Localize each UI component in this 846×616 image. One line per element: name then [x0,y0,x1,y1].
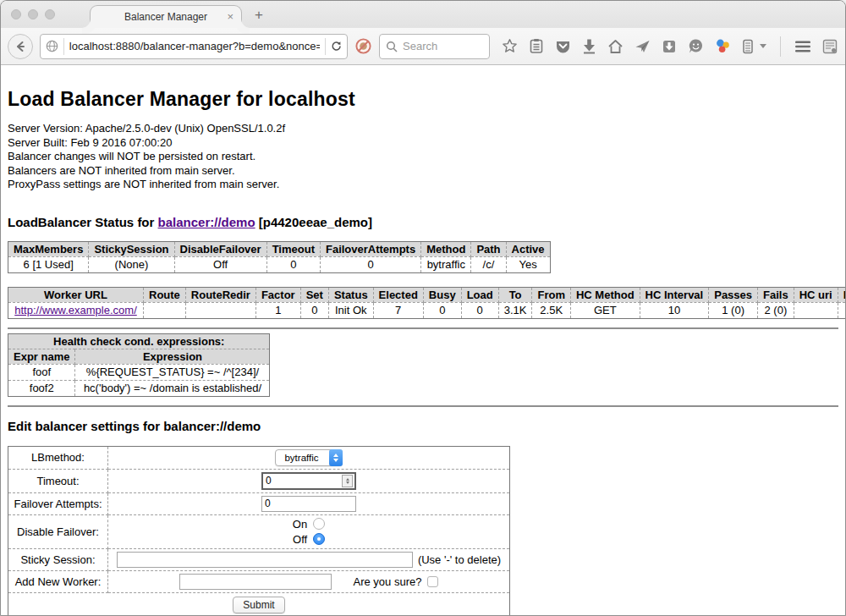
server-info-line: Balancer changes will NOT be persisted o… [8,150,838,164]
health-check-table: Health check cond. expressions: Expr nam… [8,333,270,397]
window-zoom-button[interactable] [45,9,55,19]
tab-title: Balancer Manager [124,11,207,23]
balancer-demo-link[interactable]: balancer://demo [158,215,255,229]
url-text[interactable]: localhost:8880/balancer-manager?b=demo&n… [69,40,320,52]
column-header: Expression [75,349,270,364]
form-row-sticky-session: Sticky Session: (Use '-' to delete) [8,548,510,570]
search-bar[interactable] [379,34,490,59]
search-icon [386,41,398,52]
form-row-timeout: Timeout: [8,469,510,492]
column-header: HC Expr [838,287,845,302]
cell-hc-uri [794,302,838,318]
cell-method: bytraffic [421,256,471,272]
number-stepper-icon[interactable] [342,475,353,487]
timeout-label: Timeout: [8,469,108,492]
are-you-sure-checkbox[interactable] [427,576,438,587]
radio-off-label: Off [293,533,307,546]
window-close-button[interactable] [11,9,21,19]
column-header: Timeout [266,241,320,256]
downloads-icon[interactable] [582,38,596,54]
column-header: MaxMembers [8,241,89,256]
disable-failover-on-radio[interactable] [313,518,325,530]
column-header: HC uri [794,287,838,302]
battery-icon[interactable] [742,38,754,54]
feedback-smiley-icon[interactable] [688,38,704,54]
cell-to: 3.1K [498,302,532,318]
cell-hc-method: GET [570,302,640,318]
worker-url-link[interactable]: http://www.example.com/ [14,304,137,316]
timeout-input[interactable] [263,475,342,487]
search-input[interactable] [403,40,483,52]
section-divider [8,327,838,329]
column-header: Busy [423,287,461,302]
column-header: Passes [709,287,758,302]
form-row-lbmethod: LBmethod: bytraffic [8,446,510,469]
pocket-icon[interactable] [555,39,571,54]
content-blocker-icon[interactable] [354,37,372,55]
form-row-disable-failover: Disable Failover: On Off [8,514,510,548]
navigation-toolbar: localhost:8880/balancer-manager?b=demo&n… [1,28,845,65]
add-worker-input[interactable] [179,574,332,590]
table-row: http://www.example.com/ 1 0 Init Ok 7 0 … [8,302,846,318]
cell-fails: 2 (0) [758,302,794,318]
tab-balancer-manager[interactable]: Balancer Manager × [90,5,242,28]
table-row: foof %{REQUEST_STATUS} =~ /^[234]/ [8,364,270,380]
bookmark-star-icon[interactable] [502,38,518,54]
disable-failover-off-radio[interactable] [313,533,325,545]
cell-passes: 1 (0) [709,302,758,318]
table-row: 6 [1 Used] (None) Off 0 0 bytraffic /c/ … [8,256,551,272]
tab-close-icon[interactable]: × [227,10,233,23]
chevron-down-icon[interactable] [760,44,766,48]
section-divider [8,405,838,407]
cell-maxmembers: 6 [1 Used] [8,256,89,272]
new-tab-button[interactable]: + [255,7,263,24]
sticky-session-input[interactable] [117,552,413,568]
cell-hc-interval: 10 [640,302,709,318]
balancer-settings-form: LBmethod: bytraffic Timeout: [8,446,510,616]
save-page-icon[interactable] [662,39,677,54]
failover-attempts-input[interactable] [261,496,356,512]
menu-icon[interactable] [794,40,811,53]
select-stepper-icon [329,449,343,466]
column-header: FailoverAttempts [320,241,420,256]
add-worker-label: Add New Worker: [8,570,108,592]
tab-bar: Balancer Manager × + [1,1,845,28]
table-header-row: MaxMembers StickySession DisableFailover… [8,241,551,256]
cell-expr-name: foof2 [8,380,75,396]
cell-load: 0 [461,302,498,318]
table-header-row: Expr name Expression [8,349,270,364]
cell-hc-expr: foof2 [838,302,845,318]
cell-stickysession: (None) [89,256,174,272]
color-dots-icon[interactable] [715,38,731,54]
table-header-row: Worker URL Route RouteRedir Factor Set S… [8,287,846,302]
column-header: Factor [255,287,300,302]
table-row: foof2 hc('body') =~ /domain is establish… [8,380,270,396]
lbmethod-select[interactable]: bytraffic [275,449,342,466]
cell-route [144,302,186,318]
send-plane-icon[interactable] [634,39,651,54]
window-minimize-button[interactable] [28,9,38,19]
back-button[interactable] [8,34,33,59]
submit-button[interactable]: Submit [233,597,284,613]
timeout-input-wrap [261,472,356,490]
reading-list-icon[interactable] [529,38,544,54]
reload-icon[interactable] [331,40,342,52]
sticky-session-hint: (Use '-' to delete) [418,553,501,566]
url-bar[interactable]: localhost:8880/balancer-manager?b=demo&n… [40,34,348,59]
column-header: Active [506,241,550,256]
cell-expr-name: foof [8,364,75,380]
home-icon[interactable] [607,39,624,54]
radio-on-label: On [293,518,307,531]
window-controls[interactable] [11,9,55,19]
column-header: To [498,287,532,302]
cell-elected: 7 [373,302,423,318]
worker-table: Worker URL Route RouteRedir Factor Set S… [8,287,845,319]
server-info-line: Server Built: Feb 9 2016 07:00:20 [8,136,838,151]
column-header: Status [328,287,373,302]
toolbar-buttons [502,36,838,57]
column-header: From [532,287,571,302]
form-row-failover-attempts: Failover Attempts: [8,492,510,514]
cell-expression: %{REQUEST_STATUS} =~ /^[234]/ [75,364,270,380]
disable-failover-label: Disable Failover: [8,514,108,548]
extensions-grid-icon[interactable] [822,39,838,54]
